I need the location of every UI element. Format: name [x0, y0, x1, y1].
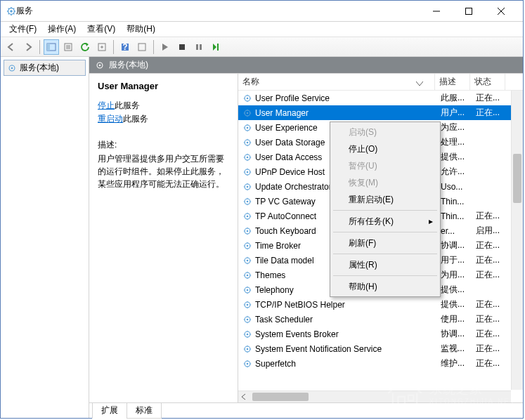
service-row[interactable]: Task Scheduler使用...正在...: [238, 312, 523, 327]
ctx-help[interactable]: 帮助(H): [332, 278, 439, 295]
col-name[interactable]: 名称: [238, 74, 435, 90]
tab-extended[interactable]: 扩展: [92, 403, 127, 419]
svg-point-87: [247, 230, 249, 232]
service-row[interactable]: Superfetch维护...正在...: [238, 356, 523, 371]
stop-link[interactable]: 停止: [98, 100, 115, 110]
service-desc: 此服...: [441, 92, 476, 104]
service-desc: Thin...: [441, 197, 476, 206]
svg-point-141: [247, 362, 249, 365]
play-button[interactable]: [157, 39, 173, 55]
maximize-button[interactable]: [453, 1, 485, 21]
svg-point-31: [99, 64, 101, 66]
service-row[interactable]: System Events Broker协调...正在...: [238, 327, 523, 341]
ctx-properties[interactable]: 属性(R): [332, 256, 439, 273]
gear-icon: [242, 315, 252, 324]
context-menu: 启动(S) 停止(O) 暂停(U) 恢复(M) 重新启动(E) 所有任务(K)▸…: [330, 122, 441, 297]
service-row[interactable]: User Manager用户...正在...: [238, 105, 523, 120]
service-name: User Manager: [255, 108, 441, 118]
service-name: TCP/IP NetBIOS Helper: [255, 300, 441, 310]
service-desc: 为应...: [441, 122, 476, 133]
service-row[interactable]: User Profile Service此服...正在...: [238, 91, 523, 105]
toggle-pane-button[interactable]: [44, 39, 59, 55]
svg-point-33: [247, 97, 249, 99]
horizontal-scrollbar[interactable]: [238, 391, 511, 402]
ctx-refresh[interactable]: 刷新(F): [332, 235, 439, 251]
panel-header-label: 服务(本地): [109, 59, 148, 71]
col-desc[interactable]: 描述: [435, 74, 470, 90]
col-status[interactable]: 状态: [470, 74, 505, 90]
svg-rect-23: [138, 44, 145, 51]
list-button[interactable]: [134, 39, 150, 55]
gear-icon: [95, 60, 105, 70]
tab-standard[interactable]: 标准: [127, 403, 162, 419]
panel-header: 服务(本地): [89, 57, 523, 74]
service-status: 正在...: [476, 239, 511, 251]
menu-file[interactable]: 文件(F): [4, 22, 42, 37]
service-status: 正在...: [476, 254, 511, 266]
app-icon: [6, 6, 16, 16]
ctx-stop[interactable]: 停止(O): [332, 140, 439, 157]
service-desc: 为用...: [441, 269, 476, 281]
gear-icon: [242, 108, 252, 118]
sidebar: 服务(本地): [1, 57, 89, 418]
svg-point-111: [247, 289, 249, 291]
menu-help[interactable]: 帮助(H): [121, 22, 161, 37]
service-status: 正在...: [476, 298, 511, 310]
ctx-all-tasks[interactable]: 所有任务(K)▸: [332, 213, 439, 230]
gear-icon: [242, 138, 252, 147]
export-button[interactable]: [94, 39, 110, 55]
svg-point-69: [247, 185, 249, 188]
gear-icon: [242, 152, 252, 162]
gear-icon: [242, 300, 252, 310]
svg-point-39: [247, 112, 249, 114]
service-row[interactable]: TCP/IP NetBIOS Helper提供...正在...: [238, 297, 523, 312]
svg-point-29: [11, 67, 13, 69]
stop-button[interactable]: [174, 39, 190, 55]
gear-icon: [242, 182, 252, 192]
details-title: User Manager: [98, 81, 229, 91]
service-desc: 处理...: [441, 136, 476, 148]
gear-icon: [242, 123, 252, 133]
help-button[interactable]: ?: [117, 39, 133, 55]
svg-rect-11: [466, 8, 472, 14]
service-desc: 协调...: [441, 239, 476, 251]
service-status: 正在...: [476, 313, 511, 325]
properties-button[interactable]: [60, 39, 76, 55]
svg-point-135: [247, 348, 249, 350]
restart-link[interactable]: 重启动: [98, 114, 123, 124]
service-desc: 用于...: [441, 254, 476, 266]
nav-forward-button[interactable]: [20, 39, 36, 55]
gear-icon: [242, 241, 252, 251]
svg-point-123: [247, 318, 249, 320]
minimize-button[interactable]: [420, 1, 453, 21]
pause-button[interactable]: [191, 39, 207, 55]
service-row[interactable]: System Event Notification Service监视...正在…: [238, 341, 523, 356]
service-desc: 使用...: [441, 313, 476, 325]
service-status: 正在...: [476, 92, 511, 104]
tree-root-item[interactable]: 服务(本地): [4, 60, 86, 76]
service-desc: 协调...: [441, 328, 476, 340]
nav-back-button[interactable]: [4, 39, 19, 55]
service-status: 正在...: [476, 107, 511, 119]
service-desc: 提供...: [441, 284, 476, 296]
svg-point-57: [247, 156, 249, 158]
svg-point-81: [247, 215, 249, 217]
vertical-scrollbar[interactable]: [511, 91, 523, 390]
menu-view[interactable]: 查看(V): [82, 22, 121, 37]
refresh-button[interactable]: [77, 39, 93, 55]
service-status: 正在...: [476, 357, 511, 369]
menu-action[interactable]: 操作(A): [42, 22, 82, 37]
restart-button[interactable]: [208, 39, 223, 55]
svg-rect-24: [179, 44, 185, 50]
gear-icon: [242, 226, 252, 236]
service-desc: 维护...: [441, 357, 476, 369]
gear-icon: [242, 256, 252, 265]
gear-icon: [242, 197, 252, 206]
ctx-restart[interactable]: 重新启动(E): [332, 191, 439, 208]
tabs: 扩展 标准: [89, 402, 523, 418]
svg-point-105: [247, 274, 249, 276]
close-button[interactable]: [485, 1, 517, 21]
service-desc: 允许...: [441, 166, 476, 178]
svg-point-129: [247, 333, 249, 335]
gear-icon: [242, 285, 252, 295]
